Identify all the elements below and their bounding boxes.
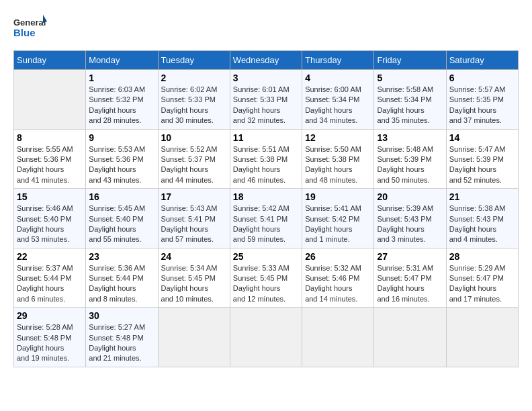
daylight-hours-label: Daylight hours (233, 106, 280, 114)
sunset-info: Sunset: 5:41 PM (233, 215, 287, 223)
day-info: Sunrise: 5:32 AMSunset: 5:46 PMDaylight … (305, 263, 371, 305)
daylight-hours-label: Daylight hours (17, 225, 64, 233)
calendar-cell: 16Sunrise: 5:45 AMSunset: 5:40 PMDayligh… (86, 189, 158, 248)
day-number: 5 (377, 73, 443, 83)
calendar-cell: 6Sunrise: 5:57 AMSunset: 5:35 PMDaylight… (446, 70, 518, 130)
day-info: Sunrise: 5:28 AMSunset: 5:48 PMDaylight … (17, 322, 83, 364)
daylight-hours-label: Daylight hours (377, 284, 424, 292)
daylight-hours-label: Daylight hours (89, 165, 136, 173)
sunset-info: Sunset: 5:42 PM (305, 215, 359, 223)
header-day: Wednesday (230, 51, 302, 70)
day-info: Sunrise: 5:27 AMSunset: 5:48 PMDaylight … (89, 322, 154, 364)
day-info: Sunrise: 6:00 AMSunset: 5:34 PMDaylight … (305, 85, 371, 126)
sunrise-info: Sunrise: 5:28 AM (17, 323, 73, 331)
calendar-cell: 24Sunrise: 5:34 AMSunset: 5:45 PMDayligh… (158, 248, 230, 308)
day-number: 23 (89, 251, 154, 262)
day-number: 30 (89, 310, 154, 321)
header-day: Sunday (14, 51, 86, 70)
sunset-info: Sunset: 5:48 PM (17, 334, 71, 342)
daylight-duration: and 19 minutes. (17, 354, 69, 362)
daylight-hours-label: Daylight hours (17, 344, 64, 352)
sunrise-info: Sunrise: 5:32 AM (305, 264, 361, 272)
calendar-cell: 18Sunrise: 5:42 AMSunset: 5:41 PMDayligh… (230, 189, 302, 248)
sunrise-info: Sunrise: 5:47 AM (449, 145, 506, 153)
day-number: 8 (17, 132, 83, 143)
sunset-info: Sunset: 5:45 PM (161, 274, 216, 282)
calendar-cell (446, 308, 518, 367)
day-number: 16 (89, 191, 154, 202)
day-info: Sunrise: 5:39 AMSunset: 5:43 PMDaylight … (377, 203, 443, 245)
daylight-duration: and 41 minutes. (17, 176, 69, 184)
day-number: 25 (233, 251, 299, 262)
calendar-table: SundayMondayTuesdayWednesdayThursdayFrid… (13, 50, 519, 367)
daylight-duration: and 43 minutes. (89, 176, 141, 184)
calendar-cell: 8Sunrise: 5:55 AMSunset: 5:36 PMDaylight… (14, 129, 86, 189)
sunrise-info: Sunrise: 5:50 AM (305, 145, 361, 153)
day-info: Sunrise: 5:31 AMSunset: 5:47 PMDaylight … (377, 263, 443, 305)
sunset-info: Sunset: 5:47 PM (377, 274, 431, 282)
sunset-info: Sunset: 5:34 PM (305, 95, 359, 103)
daylight-duration: and 10 minutes. (161, 295, 214, 303)
header-day: Saturday (446, 51, 518, 70)
calendar-cell: 14Sunrise: 5:47 AMSunset: 5:39 PMDayligh… (446, 129, 518, 189)
daylight-duration: and 59 minutes. (233, 235, 285, 243)
sunrise-info: Sunrise: 6:00 AM (305, 85, 361, 93)
day-info: Sunrise: 5:42 AMSunset: 5:41 PMDaylight … (233, 203, 299, 245)
calendar-cell: 25Sunrise: 5:33 AMSunset: 5:45 PMDayligh… (230, 248, 302, 308)
calendar-week: 1Sunrise: 6:03 AMSunset: 5:32 PMDaylight… (14, 70, 519, 130)
calendar-cell: 5Sunrise: 5:58 AMSunset: 5:34 PMDaylight… (374, 70, 446, 130)
sunset-info: Sunset: 5:41 PM (161, 215, 216, 223)
sunrise-info: Sunrise: 5:41 AM (305, 204, 361, 212)
sunrise-info: Sunrise: 5:34 AM (161, 264, 218, 272)
sunset-info: Sunset: 5:33 PM (233, 95, 287, 103)
daylight-duration: and 8 minutes. (89, 295, 137, 303)
sunset-info: Sunset: 5:33 PM (161, 95, 216, 103)
calendar-cell: 15Sunrise: 5:46 AMSunset: 5:40 PMDayligh… (14, 189, 86, 248)
sunrise-info: Sunrise: 5:43 AM (161, 204, 218, 212)
sunset-info: Sunset: 5:46 PM (305, 274, 359, 282)
calendar-cell: 10Sunrise: 5:52 AMSunset: 5:37 PMDayligh… (158, 129, 230, 189)
daylight-duration: and 32 minutes. (233, 116, 285, 124)
day-info: Sunrise: 5:46 AMSunset: 5:40 PMDaylight … (17, 203, 83, 245)
daylight-hours-label: Daylight hours (161, 225, 208, 233)
day-info: Sunrise: 5:36 AMSunset: 5:44 PMDaylight … (89, 263, 154, 305)
logo: General Blue (13, 13, 47, 44)
day-number: 21 (449, 191, 515, 202)
sunrise-info: Sunrise: 5:46 AM (17, 204, 73, 212)
sunset-info: Sunset: 5:43 PM (377, 215, 431, 223)
daylight-hours-label: Daylight hours (161, 106, 208, 114)
sunrise-info: Sunrise: 5:37 AM (17, 264, 73, 272)
svg-text:General: General (13, 17, 46, 28)
sunrise-info: Sunrise: 6:01 AM (233, 85, 290, 93)
daylight-hours-label: Daylight hours (89, 106, 136, 114)
daylight-hours-label: Daylight hours (377, 225, 424, 233)
day-info: Sunrise: 5:37 AMSunset: 5:44 PMDaylight … (17, 263, 83, 305)
day-number: 2 (161, 73, 227, 83)
daylight-duration: and 30 minutes. (161, 116, 214, 124)
day-info: Sunrise: 6:02 AMSunset: 5:33 PMDaylight … (161, 85, 227, 126)
day-number: 18 (233, 191, 299, 202)
daylight-hours-label: Daylight hours (161, 284, 208, 292)
sunrise-info: Sunrise: 5:39 AM (377, 204, 433, 212)
sunrise-info: Sunrise: 5:45 AM (89, 204, 145, 212)
calendar-body: 1Sunrise: 6:03 AMSunset: 5:32 PMDaylight… (14, 70, 519, 367)
daylight-duration: and 55 minutes. (89, 235, 141, 243)
daylight-hours-label: Daylight hours (17, 165, 64, 173)
calendar-cell: 13Sunrise: 5:48 AMSunset: 5:39 PMDayligh… (374, 129, 446, 189)
calendar-header: SundayMondayTuesdayWednesdayThursdayFrid… (14, 51, 519, 70)
header-day: Tuesday (158, 51, 230, 70)
day-number: 24 (161, 251, 227, 262)
day-number: 12 (305, 132, 371, 143)
daylight-hours-label: Daylight hours (449, 165, 496, 173)
daylight-duration: and 28 minutes. (89, 116, 141, 124)
calendar-cell: 19Sunrise: 5:41 AMSunset: 5:42 PMDayligh… (302, 189, 374, 248)
sunrise-info: Sunrise: 5:53 AM (89, 145, 145, 153)
logo-svg: General Blue (13, 13, 47, 44)
day-info: Sunrise: 5:48 AMSunset: 5:39 PMDaylight … (377, 144, 443, 186)
daylight-hours-label: Daylight hours (305, 284, 352, 292)
daylight-duration: and 44 minutes. (161, 176, 214, 184)
calendar-cell: 11Sunrise: 5:51 AMSunset: 5:38 PMDayligh… (230, 129, 302, 189)
daylight-duration: and 4 minutes. (449, 235, 498, 243)
calendar-cell (158, 308, 230, 367)
calendar-cell: 30Sunrise: 5:27 AMSunset: 5:48 PMDayligh… (86, 308, 158, 367)
